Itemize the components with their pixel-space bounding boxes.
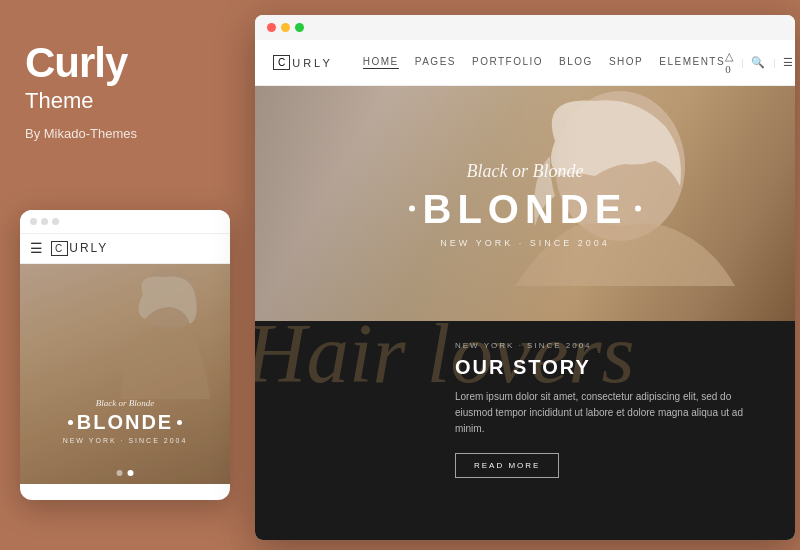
indicator-1[interactable]: [117, 470, 123, 476]
mobile-top-bar: [20, 210, 230, 234]
story-content: NEW YORK · SINCE 2004 OUR STORY Lorem ip…: [455, 341, 755, 478]
mobile-blonde: BLONDE: [20, 411, 230, 434]
brand-title: Curly: [25, 40, 127, 86]
desktop-tagline: Black or Blonde: [375, 160, 675, 181]
desktop-dot-accent-right: [635, 206, 641, 212]
menu-icon[interactable]: ☰: [783, 56, 793, 69]
story-location: NEW YORK · SINCE 2004: [455, 341, 755, 350]
nav-link-pages[interactable]: PAGES: [415, 56, 456, 69]
mobile-dot-accent-left: [68, 420, 73, 425]
desktop-nav-links: HOME PAGES PORTFOLIO BLOG SHOP ELEMENTS: [363, 56, 725, 69]
desktop-blonde-text: BLONDE: [423, 186, 628, 231]
desktop-location: NEW YORK · SINCE 2004: [375, 237, 675, 247]
nav-link-blog[interactable]: BLOG: [559, 56, 593, 69]
desktop-nav: C URLY HOME PAGES PORTFOLIO BLOG SHOP EL…: [255, 40, 795, 86]
desktop-dot-red: [267, 23, 276, 32]
nav-link-portfolio[interactable]: PORTFOLIO: [472, 56, 543, 69]
mobile-nav-bar: ☰ CURLY: [20, 234, 230, 264]
nav-link-elements[interactable]: ELEMENTS: [659, 56, 725, 69]
indicator-2[interactable]: [128, 470, 134, 476]
mobile-hero-bg: [20, 264, 230, 484]
mobile-indicators: [117, 470, 134, 476]
cart-icon[interactable]: △ 0: [725, 50, 733, 75]
nav-link-home[interactable]: HOME: [363, 56, 399, 69]
mobile-dot-2: [41, 218, 48, 225]
mobile-tagline: Black or Blonde: [20, 398, 230, 408]
desktop-story: Hair lovers NEW YORK · SINCE 2004 OUR ST…: [255, 321, 795, 540]
desktop-top-bar: [255, 15, 795, 40]
desktop-blonde-wrap: BLONDE: [375, 186, 675, 231]
mobile-dot-1: [30, 218, 37, 225]
mobile-logo-box: C: [51, 241, 68, 256]
brand-subtitle: Theme: [25, 88, 93, 114]
left-panel: Curly Theme By Mikado-Themes ☰ CURLY: [0, 0, 245, 550]
desktop-hero-content: Black or Blonde BLONDE NEW YORK · SINCE …: [375, 160, 675, 247]
mobile-dot-accent-right: [177, 420, 182, 425]
read-more-button[interactable]: READ MORE: [455, 453, 559, 478]
brand-by: By Mikado-Themes: [25, 126, 137, 141]
desktop-preview: C URLY HOME PAGES PORTFOLIO BLOG SHOP EL…: [255, 15, 795, 540]
mobile-dots: [30, 218, 59, 225]
hamburger-icon[interactable]: ☰: [30, 240, 43, 257]
nav-divider-1: |: [741, 57, 743, 68]
mobile-location: NEW YORK · SINCE 2004: [20, 437, 230, 444]
mobile-hero-overlay: [20, 264, 230, 484]
desktop-logo-box: C: [273, 55, 290, 70]
desktop-hero: Black or Blonde BLONDE NEW YORK · SINCE …: [255, 86, 795, 321]
nav-divider-2: |: [773, 57, 775, 68]
story-title: OUR STORY: [455, 356, 755, 379]
mobile-hero: Black or Blonde BLONDE NEW YORK · SINCE …: [20, 264, 230, 484]
mobile-dot-3: [52, 218, 59, 225]
mobile-logo: CURLY: [51, 241, 108, 256]
story-body: Lorem ipsum dolor sit amet, consectetur …: [455, 389, 755, 437]
nav-link-shop[interactable]: SHOP: [609, 56, 643, 69]
desktop-logo-text: URLY: [292, 57, 333, 69]
desktop-dot-yellow: [281, 23, 290, 32]
desktop-logo-wrap: C URLY: [273, 55, 333, 70]
desktop-dot-accent-left: [409, 206, 415, 212]
search-icon[interactable]: 🔍: [751, 56, 765, 69]
desktop-nav-icons: △ 0 | 🔍 | ☰: [725, 50, 793, 75]
mobile-hero-text: Black or Blonde BLONDE NEW YORK · SINCE …: [20, 398, 230, 444]
desktop-dot-green: [295, 23, 304, 32]
mobile-preview: ☰ CURLY Black or Blonde: [20, 210, 230, 500]
